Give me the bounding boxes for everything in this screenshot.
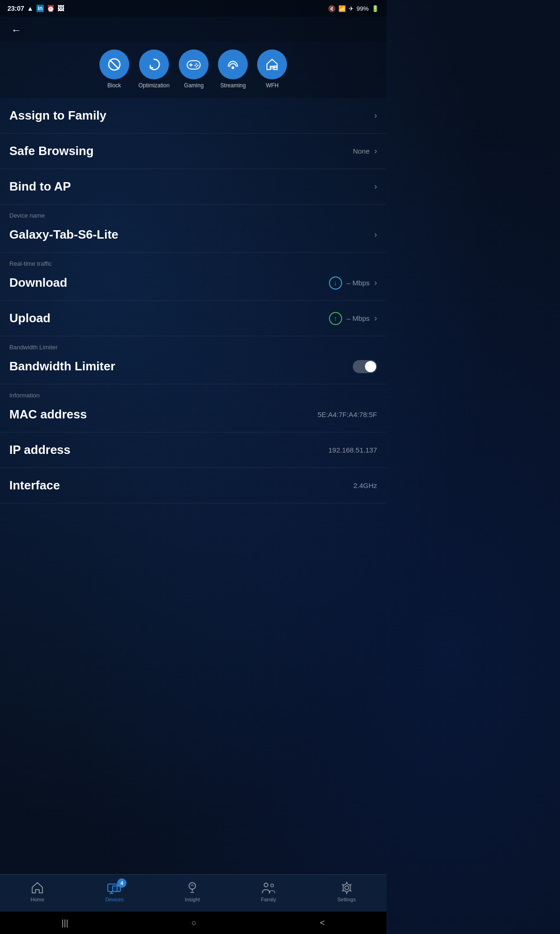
status-bar: 23:07 ▲ in ⏰ 🖼 🔇 📶 ✈ 99% 🔋 <box>0 0 386 17</box>
svg-point-8 <box>196 66 197 68</box>
quick-actions-bar: Block Optimization Gaming <box>0 42 386 98</box>
image-icon: 🖼 <box>57 5 64 12</box>
clock-icon: ⏰ <box>47 5 55 12</box>
interface-item: Interface 2.4GHz <box>0 468 386 503</box>
safe-browsing-chevron-icon: › <box>374 146 377 156</box>
download-icon: ↓ <box>329 276 342 290</box>
mute-icon: 🔇 <box>328 5 336 12</box>
download-item[interactable]: Download ↓ – Mbps › <box>0 269 386 301</box>
upload-value: – Mbps <box>347 314 370 322</box>
action-gaming[interactable]: Gaming <box>179 50 209 89</box>
action-streaming[interactable]: Streaming <box>218 50 248 89</box>
gaming-label: Gaming <box>184 82 203 89</box>
download-value: – Mbps <box>347 279 370 287</box>
action-wfh[interactable]: WFH <box>257 50 287 89</box>
wifi-icon: 📶 <box>338 5 346 12</box>
linkedin-icon: in <box>36 5 44 12</box>
bind-ap-chevron-icon: › <box>374 182 377 191</box>
assign-chevron-icon: › <box>374 111 377 120</box>
svg-point-9 <box>231 66 234 69</box>
assign-to-family-title: Assign to Family <box>9 108 106 123</box>
safe-browsing-right: None › <box>353 146 377 156</box>
interface-title: Interface <box>9 478 60 493</box>
streaming-label: Streaming <box>220 82 246 89</box>
action-optimization[interactable]: Optimization <box>139 50 170 89</box>
download-right: ↓ – Mbps › <box>329 276 377 290</box>
upload-item[interactable]: Upload ↑ – Mbps › <box>0 301 386 336</box>
optimization-circle <box>139 50 169 79</box>
airplane-icon: ✈ <box>349 5 354 12</box>
information-section-label: Information <box>0 384 386 401</box>
main-content: Assign to Family › Safe Browsing None › … <box>0 98 386 503</box>
svg-point-7 <box>195 65 196 66</box>
realtime-traffic-section-label: Real-time traffic <box>0 253 386 269</box>
bandwidth-limiter-toggle[interactable] <box>353 360 377 373</box>
wfh-label: WFH <box>266 82 279 89</box>
assign-to-family-item[interactable]: Assign to Family › <box>0 98 386 134</box>
mac-address-title: MAC address <box>9 407 87 422</box>
device-name-chevron-icon: › <box>374 230 377 240</box>
header: ← <box>0 17 386 42</box>
ip-address-value: 192.168.51.137 <box>329 446 377 454</box>
mac-address-value: 5E:A4:7F:A4:78:5F <box>317 410 377 418</box>
bandwidth-section-label: Bandwidth Limiter <box>0 336 386 353</box>
mac-address-item: MAC address 5E:A4:7F:A4:78:5F <box>0 401 386 432</box>
wfh-circle <box>257 50 287 79</box>
device-name-item[interactable]: Galaxy-Tab-S6-Lite › <box>0 221 386 253</box>
device-name-section-label: Device name <box>0 205 386 221</box>
svg-point-5 <box>196 64 197 65</box>
upload-icon: ↑ <box>329 312 342 325</box>
optimization-label: Optimization <box>139 82 170 89</box>
safe-browsing-title: Safe Browsing <box>9 144 94 158</box>
status-arrow-icon: ▲ <box>27 5 34 12</box>
svg-line-1 <box>110 60 119 69</box>
device-name-title: Galaxy-Tab-S6-Lite <box>9 227 119 242</box>
bind-to-ap-title: Bind to AP <box>9 179 71 194</box>
bind-to-ap-item[interactable]: Bind to AP › <box>0 169 386 205</box>
battery-icon: 🔋 <box>371 5 379 12</box>
block-label: Block <box>107 82 121 89</box>
ip-address-title: IP address <box>9 443 70 457</box>
ip-address-item: IP address 192.168.51.137 <box>0 432 386 468</box>
toggle-knob <box>365 361 376 372</box>
status-time: 23:07 ▲ in ⏰ 🖼 <box>7 5 64 12</box>
streaming-circle <box>218 50 248 79</box>
back-button[interactable]: ← <box>7 22 25 38</box>
svg-point-6 <box>197 65 199 66</box>
download-chevron-icon: › <box>374 278 377 288</box>
download-title: Download <box>9 276 67 290</box>
status-right-icons: 🔇 📶 ✈ 99% 🔋 <box>328 5 379 12</box>
gaming-circle <box>179 50 209 79</box>
safe-browsing-item[interactable]: Safe Browsing None › <box>0 134 386 169</box>
bandwidth-limiter-item[interactable]: Bandwidth Limiter <box>0 353 386 384</box>
block-circle <box>99 50 129 79</box>
interface-value: 2.4GHz <box>353 481 377 489</box>
bandwidth-limiter-title: Bandwidth Limiter <box>9 359 115 374</box>
action-block[interactable]: Block <box>99 50 129 89</box>
safe-browsing-value: None <box>353 147 370 155</box>
battery-text: 99% <box>357 5 369 12</box>
upload-chevron-icon: › <box>374 313 377 323</box>
upload-title: Upload <box>9 311 50 325</box>
upload-right: ↑ – Mbps › <box>329 312 377 325</box>
svg-rect-10 <box>271 67 273 70</box>
